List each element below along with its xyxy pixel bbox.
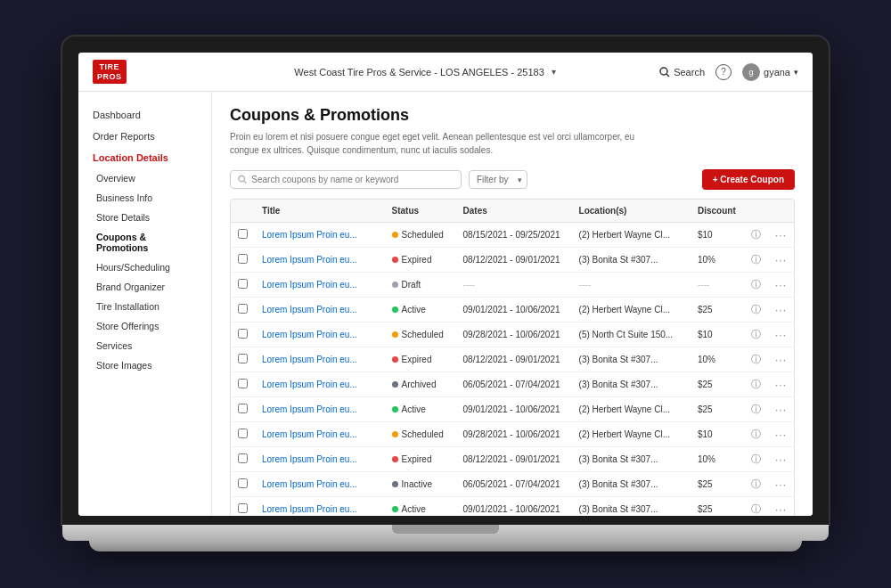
row-actions-cell[interactable]: ··· [768, 397, 794, 422]
info-icon[interactable]: ⓘ [751, 404, 761, 414]
row-actions-cell[interactable]: ··· [768, 273, 794, 298]
row-checkbox-cell[interactable] [231, 323, 255, 347]
row-checkbox[interactable] [238, 379, 248, 388]
info-icon[interactable]: ⓘ [751, 453, 761, 464]
info-icon[interactable]: ⓘ [751, 279, 761, 290]
col-header-discount[interactable]: Discount [691, 200, 744, 223]
row-checkbox-cell[interactable] [231, 223, 255, 248]
row-actions-cell[interactable]: ··· [768, 347, 794, 372]
more-actions-icon[interactable]: ··· [775, 404, 787, 416]
row-info-cell[interactable]: ⓘ [744, 223, 768, 248]
info-icon[interactable]: ⓘ [751, 329, 761, 339]
row-checkbox-cell[interactable] [231, 447, 255, 472]
row-title-link[interactable]: Lorem Ipsum Proin eu... [262, 280, 357, 290]
col-header-locations[interactable]: Location(s) [572, 200, 691, 223]
row-checkbox[interactable] [238, 404, 248, 413]
sidebar-item-services[interactable]: Services [78, 336, 211, 355]
row-checkbox-cell[interactable] [231, 347, 255, 372]
sidebar-item-store-details[interactable]: Store Details [78, 208, 211, 227]
col-header-dates[interactable]: Dates [456, 200, 572, 223]
row-checkbox[interactable] [238, 453, 248, 463]
row-title[interactable]: Lorem Ipsum Proin eu... [255, 347, 385, 372]
row-title-link[interactable]: Lorem Ipsum Proin eu... [262, 355, 357, 364]
row-checkbox-cell[interactable] [231, 372, 255, 397]
row-checkbox[interactable] [238, 304, 248, 314]
row-checkbox[interactable] [238, 279, 248, 289]
filter-select[interactable]: Filter by [469, 170, 527, 189]
more-actions-icon[interactable]: ··· [775, 329, 787, 341]
row-info-cell[interactable]: ⓘ [744, 472, 768, 497]
row-title[interactable]: Lorem Ipsum Proin eu... [255, 447, 385, 472]
row-checkbox-cell[interactable] [231, 298, 255, 323]
info-icon[interactable]: ⓘ [751, 478, 761, 489]
more-actions-icon[interactable]: ··· [775, 429, 787, 441]
more-actions-icon[interactable]: ··· [775, 279, 787, 291]
sidebar-item-business-info[interactable]: Business Info [78, 188, 211, 208]
sidebar-item-brand-organizer[interactable]: Brand Organizer [78, 277, 211, 297]
row-title-link[interactable]: Lorem Ipsum Proin eu... [262, 330, 357, 339]
info-icon[interactable]: ⓘ [751, 429, 761, 439]
sidebar-section-location-details[interactable]: Location Details [78, 147, 211, 168]
row-info-cell[interactable]: ⓘ [744, 397, 768, 422]
row-actions-cell[interactable]: ··· [768, 422, 794, 447]
row-title[interactable]: Lorem Ipsum Proin eu... [255, 223, 385, 248]
help-button[interactable]: ? [715, 64, 732, 80]
row-title-link[interactable]: Lorem Ipsum Proin eu... [262, 230, 357, 240]
sidebar-item-tire-installation[interactable]: Tire Installation [78, 297, 211, 316]
row-checkbox[interactable] [238, 478, 248, 488]
more-actions-icon[interactable]: ··· [775, 453, 787, 466]
more-actions-icon[interactable]: ··· [775, 304, 787, 316]
search-button[interactable]: Search [659, 67, 705, 78]
row-title[interactable]: Lorem Ipsum Proin eu... [255, 248, 385, 273]
row-checkbox-cell[interactable] [231, 472, 255, 497]
row-actions-cell[interactable]: ··· [768, 372, 794, 397]
row-checkbox[interactable] [238, 503, 248, 513]
info-icon[interactable]: ⓘ [751, 379, 761, 389]
info-icon[interactable]: ⓘ [751, 304, 761, 314]
info-icon[interactable]: ⓘ [751, 254, 761, 265]
row-title-link[interactable]: Lorem Ipsum Proin eu... [262, 305, 357, 314]
row-title[interactable]: Lorem Ipsum Proin eu... [255, 323, 385, 347]
more-actions-icon[interactable]: ··· [775, 229, 787, 241]
row-title-link[interactable]: Lorem Ipsum Proin eu... [262, 429, 357, 439]
row-actions-cell[interactable]: ··· [768, 497, 794, 517]
info-icon[interactable]: ⓘ [751, 503, 761, 514]
sidebar-item-store-offerings[interactable]: Store Offerings [78, 316, 211, 336]
more-actions-icon[interactable]: ··· [775, 478, 787, 491]
coupon-search-wrap[interactable] [230, 170, 462, 189]
row-checkbox-cell[interactable] [231, 273, 255, 298]
row-checkbox-cell[interactable] [231, 248, 255, 273]
more-actions-icon[interactable]: ··· [775, 503, 787, 516]
more-actions-icon[interactable]: ··· [775, 254, 787, 266]
row-actions-cell[interactable]: ··· [768, 248, 794, 273]
row-title-link[interactable]: Lorem Ipsum Proin eu... [262, 454, 357, 464]
sidebar-item-overview[interactable]: Overview [78, 168, 211, 188]
row-title[interactable]: Lorem Ipsum Proin eu... [255, 422, 385, 447]
create-coupon-button[interactable]: + Create Coupon [702, 169, 795, 190]
row-title[interactable]: Lorem Ipsum Proin eu... [255, 397, 385, 422]
row-title[interactable]: Lorem Ipsum Proin eu... [255, 372, 385, 397]
row-actions-cell[interactable]: ··· [768, 472, 794, 497]
sidebar-item-store-images[interactable]: Store Images [78, 355, 211, 375]
more-actions-icon[interactable]: ··· [775, 354, 787, 366]
row-title[interactable]: Lorem Ipsum Proin eu... [255, 298, 385, 323]
more-actions-icon[interactable]: ··· [775, 379, 787, 391]
filter-wrap[interactable]: Filter by [469, 170, 527, 189]
row-actions-cell[interactable]: ··· [768, 323, 794, 347]
row-title-link[interactable]: Lorem Ipsum Proin eu... [262, 380, 357, 389]
row-info-cell[interactable]: ⓘ [744, 422, 768, 447]
row-checkbox[interactable] [238, 229, 248, 239]
row-checkbox[interactable] [238, 429, 248, 438]
info-icon[interactable]: ⓘ [751, 354, 761, 364]
row-actions-cell[interactable]: ··· [768, 298, 794, 323]
row-title-link[interactable]: Lorem Ipsum Proin eu... [262, 504, 357, 514]
row-checkbox-cell[interactable] [231, 422, 255, 447]
row-info-cell[interactable]: ⓘ [744, 347, 768, 372]
sidebar-item-dashboard[interactable]: Dashboard [78, 104, 211, 126]
row-info-cell[interactable]: ⓘ [744, 323, 768, 347]
row-title-link[interactable]: Lorem Ipsum Proin eu... [262, 404, 357, 414]
row-info-cell[interactable]: ⓘ [744, 372, 768, 397]
row-title[interactable]: Lorem Ipsum Proin eu... [255, 472, 385, 497]
row-title[interactable]: Lorem Ipsum Proin eu... [255, 273, 385, 298]
row-info-cell[interactable]: ⓘ [744, 497, 768, 517]
